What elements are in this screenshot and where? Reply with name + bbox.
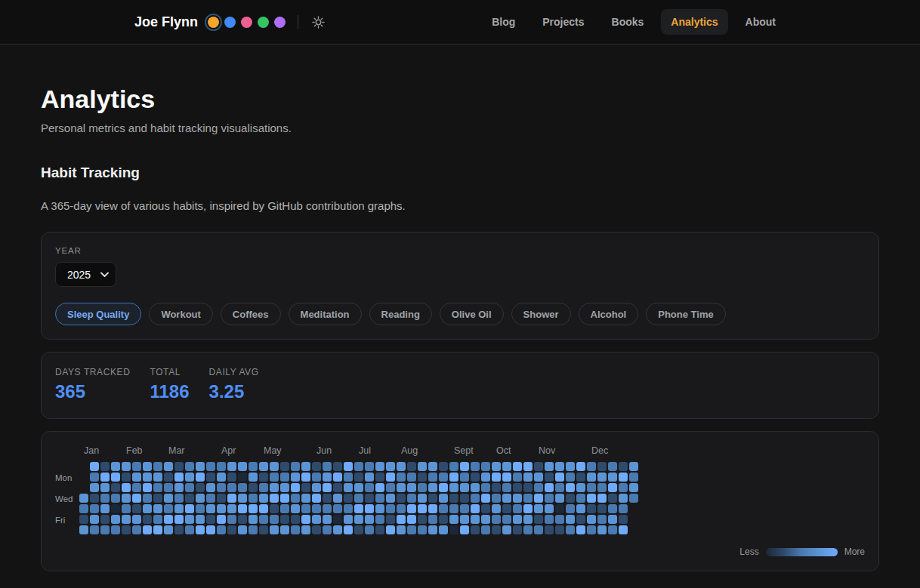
heatmap-week-column (312, 462, 321, 534)
heatmap-cell (534, 504, 543, 513)
heatmap-cell (555, 515, 564, 524)
heatmap-cell (185, 515, 194, 524)
heatmap-cell (587, 473, 596, 482)
heatmap-week-column (333, 462, 342, 534)
accent-dot-orange[interactable] (208, 17, 219, 28)
heatmap-cell (270, 494, 279, 503)
heatmap-cell (206, 525, 215, 534)
heatmap-cell (164, 483, 173, 492)
accent-dot-pink[interactable] (241, 17, 252, 28)
heatmap-cell (280, 483, 289, 492)
heatmap-cell (534, 515, 543, 524)
heatmap-cell (301, 473, 310, 482)
heatmap-cell (555, 504, 564, 513)
page-subtitle: Personal metrics and habit tracking visu… (41, 122, 879, 134)
habit-pill-coffees[interactable]: Coffees (221, 303, 281, 325)
heatmap-cell (312, 504, 321, 513)
month-label-dec: Dec (591, 445, 608, 456)
habit-pill-sleep-quality[interactable]: Sleep Quality (55, 303, 141, 325)
heatmap-cell (545, 494, 554, 503)
heatmap-cell (608, 462, 617, 471)
heatmap-week-column (555, 462, 564, 534)
heatmap-cell (629, 483, 638, 492)
heatmap-cell (164, 525, 173, 534)
heatmap-cell (545, 504, 554, 513)
heatmap-cell (397, 525, 406, 534)
accent-dot-green[interactable] (258, 17, 269, 28)
heatmap-cell (397, 462, 406, 471)
heatmap-cell (280, 462, 289, 471)
heatmap-cell (249, 504, 258, 513)
heatmap-cell (481, 504, 490, 513)
heatmap-week-column (174, 462, 184, 534)
heatmap-week-column (238, 462, 247, 534)
heatmap-cell (481, 525, 490, 534)
nav-link-about[interactable]: About (736, 9, 786, 35)
nav-link-analytics[interactable]: Analytics (661, 9, 727, 35)
heatmap-cell (143, 504, 152, 513)
heatmap-cell (90, 494, 99, 503)
heatmap-week-column (227, 462, 236, 534)
site-brand[interactable]: Joe Flynn (134, 14, 198, 30)
heatmap-week-column (301, 462, 310, 534)
nav-link-blog[interactable]: Blog (482, 9, 525, 35)
habit-pill-olive-oil[interactable]: Olive Oil (440, 303, 504, 325)
heatmap-cell (365, 462, 374, 471)
heatmap-cell (449, 473, 458, 482)
month-label-jul: Jul (359, 445, 371, 456)
accent-dot-purple[interactable] (274, 17, 286, 28)
heatmap-cell (566, 494, 575, 503)
habit-pill-phone-time[interactable]: Phone Time (646, 303, 725, 325)
heatmap-cell (418, 473, 427, 482)
month-label-oct: Oct (496, 445, 511, 456)
heatmap-cell (375, 504, 384, 513)
heatmap-cell (259, 525, 268, 534)
heatmap-cell (523, 483, 533, 492)
heatmap-cell (185, 525, 194, 534)
heatmap-cell (471, 462, 480, 471)
heatmap-cell (576, 515, 585, 524)
heatmap-cell (555, 525, 564, 534)
heatmap-cell (523, 473, 533, 482)
heatmap-cell (534, 525, 543, 534)
habit-pill-alcohol[interactable]: Alcohol (579, 303, 639, 325)
heatmap-cell (100, 473, 110, 482)
nav-link-books[interactable]: Books (602, 9, 654, 35)
stat-daily-avg: DAILY AVG3.25 (209, 367, 259, 402)
theme-toggle-button[interactable] (310, 14, 326, 30)
heatmap-cell (439, 504, 448, 513)
heatmap-cell (629, 473, 638, 482)
heatmap-week-column (143, 462, 152, 534)
heatmap-cell (301, 515, 310, 524)
heatmap-cell (502, 525, 511, 534)
heatmap-cell (407, 462, 416, 471)
year-select[interactable]: 2025 (55, 262, 116, 287)
heatmap-cell (206, 515, 215, 524)
heatmap-cell (122, 515, 131, 524)
heatmap-cell (439, 515, 448, 524)
habit-pill-meditation[interactable]: Meditation (289, 303, 362, 325)
accent-dot-blue[interactable] (224, 17, 236, 28)
heatmap-cell (428, 515, 437, 524)
heatmap-cell (122, 525, 131, 534)
heatmap-cell (555, 473, 564, 482)
heatmap-week-column (513, 462, 522, 534)
heatmap-cell (90, 483, 99, 492)
heatmap-grid (79, 462, 638, 534)
nav-link-projects[interactable]: Projects (533, 9, 594, 35)
heatmap-cell (206, 483, 215, 492)
heatmap-cell (312, 462, 321, 471)
habit-pill-workout[interactable]: Workout (149, 303, 212, 325)
heatmap-cell (523, 504, 533, 513)
heatmap-cell (619, 473, 628, 482)
heatmap-cell (196, 473, 205, 482)
heatmap-cell (619, 494, 628, 503)
heatmap-cell (344, 483, 353, 492)
heatmap-cell (354, 494, 363, 503)
section-title: Habit Tracking (41, 165, 879, 181)
habit-pill-reading[interactable]: Reading (369, 303, 432, 325)
heatmap-week-column (418, 462, 427, 534)
month-label-mar: Mar (168, 445, 185, 456)
habit-pill-shower[interactable]: Shower (511, 303, 571, 325)
heatmap-cell (460, 473, 469, 482)
